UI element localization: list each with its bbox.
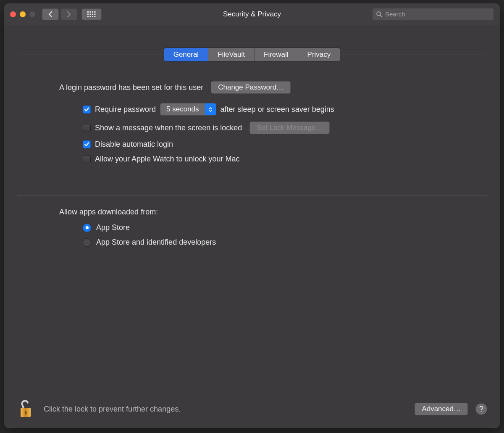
apple-watch-row: Allow your Apple Watch to unlock your Ma… xyxy=(83,155,462,164)
back-button[interactable] xyxy=(42,8,59,20)
apple-watch-label: Allow your Apple Watch to unlock your Ma… xyxy=(95,155,240,164)
minimize-window-button[interactable] xyxy=(20,11,26,17)
change-password-button[interactable]: Change Password… xyxy=(211,81,291,94)
tab-filevault[interactable]: FileVault xyxy=(208,48,255,61)
show-all-button[interactable] xyxy=(81,8,102,20)
set-lock-message-button: Set Lock Message… xyxy=(249,121,330,134)
allow-apps-title: Allow apps downloaded from: xyxy=(59,208,462,216)
show-message-checkbox[interactable] xyxy=(83,124,91,132)
login-password-row: A login password has been set for this u… xyxy=(59,81,462,94)
require-password-checkbox[interactable] xyxy=(83,106,91,114)
search-input[interactable] xyxy=(385,11,490,18)
svg-line-13 xyxy=(380,15,382,17)
content-area: General FileVault Firewall Privacy A log… xyxy=(4,25,500,428)
require-password-label: Require password xyxy=(95,105,156,114)
apple-watch-checkbox[interactable] xyxy=(83,155,91,163)
chevron-right-icon xyxy=(66,11,71,17)
tab-general[interactable]: General xyxy=(164,48,208,61)
section-divider xyxy=(17,195,487,196)
svg-rect-9 xyxy=(90,16,91,17)
after-sleep-text: after sleep or screen saver begins xyxy=(220,105,334,114)
disable-auto-login-row: Disable automatic login xyxy=(83,140,462,149)
svg-rect-11 xyxy=(94,16,96,17)
tab-privacy[interactable]: Privacy xyxy=(298,48,340,61)
tab-bar: General FileVault Firewall Privacy xyxy=(164,48,341,62)
traffic-lights xyxy=(10,11,35,17)
app-store-radio[interactable] xyxy=(83,224,91,232)
title-bar: Security & Privacy xyxy=(4,3,500,25)
close-window-button[interactable] xyxy=(10,11,16,17)
footer-bar: Click the lock to prevent further change… xyxy=(17,399,487,419)
tab-bar-container: General FileVault Firewall Privacy xyxy=(4,48,500,62)
preferences-window: Security & Privacy General FileVault Fir… xyxy=(4,3,500,428)
svg-rect-3 xyxy=(94,11,96,13)
app-store-row: App Store xyxy=(83,223,462,232)
app-store-label: App Store xyxy=(96,223,130,232)
tab-firewall[interactable]: Firewall xyxy=(255,48,298,61)
svg-rect-5 xyxy=(90,13,91,15)
forward-button xyxy=(60,8,77,20)
advanced-button[interactable]: Advanced… xyxy=(415,403,468,415)
disable-auto-login-label: Disable automatic login xyxy=(95,140,173,149)
nav-buttons xyxy=(42,8,77,20)
require-password-row: Require password 5 seconds after sleep o… xyxy=(83,103,462,116)
check-icon xyxy=(84,107,89,112)
chevron-left-icon xyxy=(48,11,53,17)
svg-rect-8 xyxy=(87,16,89,17)
search-icon xyxy=(376,11,383,18)
lock-button[interactable] xyxy=(17,399,34,419)
svg-rect-16 xyxy=(25,411,26,415)
password-delay-value: 5 seconds xyxy=(160,105,205,114)
general-panel: A login password has been set for this u… xyxy=(17,55,487,373)
svg-rect-10 xyxy=(92,16,93,17)
footer-right: Advanced… ? xyxy=(415,403,487,415)
zoom-window-button xyxy=(29,11,35,17)
show-message-label: Show a message when the screen is locked xyxy=(95,124,242,132)
updown-icon xyxy=(205,103,216,115)
svg-rect-7 xyxy=(94,13,96,15)
disable-auto-login-checkbox[interactable] xyxy=(83,140,91,148)
svg-rect-1 xyxy=(90,11,91,13)
svg-rect-4 xyxy=(87,13,89,15)
identified-developers-radio[interactable] xyxy=(83,238,91,247)
password-delay-dropdown[interactable]: 5 seconds xyxy=(160,103,216,116)
show-message-row: Show a message when the screen is locked… xyxy=(83,121,462,134)
login-password-text: A login password has been set for this u… xyxy=(59,83,203,92)
svg-rect-0 xyxy=(87,11,89,13)
help-button[interactable]: ? xyxy=(475,403,487,415)
grid-icon xyxy=(87,11,96,17)
svg-rect-6 xyxy=(92,13,93,15)
identified-developers-label: App Store and identified developers xyxy=(96,238,216,247)
search-field[interactable] xyxy=(372,8,494,21)
svg-rect-2 xyxy=(92,11,93,13)
check-icon xyxy=(84,142,89,147)
lock-open-icon xyxy=(17,399,34,419)
identified-developers-row: App Store and identified developers xyxy=(83,238,462,247)
lock-hint-text: Click the lock to prevent further change… xyxy=(44,405,181,414)
